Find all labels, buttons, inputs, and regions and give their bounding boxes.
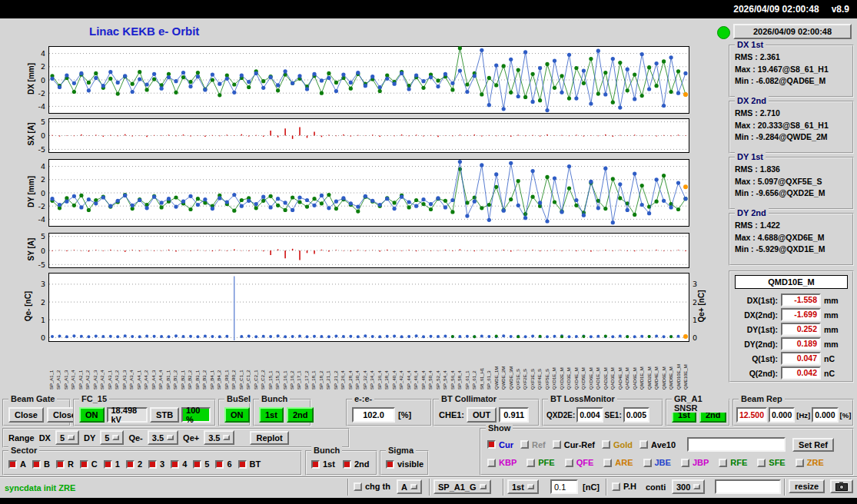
checkbox-box[interactable] (343, 460, 351, 469)
bunch-select[interactable]: 1st (507, 479, 539, 494)
sector-b-checkbox[interactable]: B (32, 459, 50, 469)
sector-4-checkbox[interactable]: 4 (171, 459, 187, 469)
divider (784, 479, 786, 496)
sector-a-checkbox[interactable]: A (8, 459, 26, 469)
svg-text:0: 0 (41, 189, 45, 197)
show-jbp-checkbox[interactable]: JBP (681, 458, 709, 467)
bpm-label: SP_44_4 (406, 343, 413, 390)
show-gold-checkbox[interactable]: Gold (602, 440, 633, 449)
show-cur-ref-checkbox[interactable]: Cur-Ref (553, 440, 595, 449)
show-pfe-checkbox[interactable]: PFE (526, 458, 554, 467)
checkbox-box[interactable] (238, 460, 247, 469)
checkbox-box[interactable] (602, 440, 610, 449)
bunch-2nd-checkbox[interactable]: 2nd (343, 459, 370, 469)
bunch-1st-button[interactable]: 1st (259, 407, 284, 423)
show-rfe-checkbox[interactable]: RFE (719, 458, 747, 467)
checkbox-box[interactable] (553, 440, 561, 449)
svg-text:2: 2 (693, 298, 697, 307)
ph-checkbox[interactable]: P.H (612, 482, 636, 491)
beam-rep-pct-unit: [%] (840, 411, 852, 419)
sector-c-checkbox[interactable]: C (80, 459, 98, 469)
checkbox-box[interactable] (565, 459, 573, 467)
checkbox-box[interactable] (80, 460, 88, 469)
checkbox-box[interactable] (386, 460, 394, 469)
fc15-stb-button[interactable]: STB (150, 407, 179, 423)
sector-3-checkbox[interactable]: 3 (148, 459, 164, 469)
divider (0, 476, 857, 478)
range-dy-select[interactable]: 5 (100, 430, 124, 445)
device-select[interactable]: SP_A1_G (433, 479, 491, 494)
points-select[interactable]: 300 (672, 479, 705, 494)
che1-out-button[interactable]: OUT (467, 407, 497, 423)
sector-1-checkbox[interactable]: 1 (104, 459, 120, 469)
extra-input[interactable] (715, 479, 781, 494)
checkbox-box[interactable] (757, 459, 766, 467)
show-cur-checkbox[interactable]: Cur (487, 440, 513, 449)
replot-button[interactable]: Replot (250, 431, 288, 445)
checkbox-box[interactable] (104, 460, 112, 469)
checkbox-box[interactable] (171, 460, 179, 469)
sector-5-checkbox[interactable]: 5 (193, 459, 209, 469)
checkbox-box[interactable] (126, 460, 135, 469)
show-zre-checkbox[interactable]: ZRE (796, 458, 824, 467)
checkbox-box[interactable] (796, 459, 804, 467)
checkbox-box[interactable] (311, 460, 320, 469)
show-jbe-checkbox[interactable]: JBE (643, 458, 671, 467)
checkbox-box[interactable] (520, 440, 529, 449)
sigma-visible-checkbox[interactable]: visible (386, 459, 424, 469)
range-qe-minus-select[interactable]: 3.5 (148, 430, 178, 445)
sector-r-checkbox[interactable]: R (56, 459, 74, 469)
busel-on-button[interactable]: ON (224, 407, 250, 423)
checkbox-box[interactable] (719, 459, 727, 467)
bpm-label: SP_A3_3 (121, 343, 128, 390)
checkbox-box[interactable] (8, 460, 17, 469)
bunch-1st-checkbox[interactable]: 1st (311, 459, 335, 469)
checkbox-box[interactable] (56, 460, 65, 469)
sector-6-checkbox[interactable]: 6 (215, 459, 231, 469)
resize-button[interactable]: resize (789, 479, 825, 493)
bpm-label: QXD6E_M (588, 343, 595, 390)
fc15-on-button[interactable]: ON (79, 407, 105, 423)
show-qfe-checkbox[interactable]: QFE (565, 458, 594, 467)
show-kbp-checkbox[interactable]: KBP (487, 458, 517, 467)
set-ref-button[interactable]: Set Ref (792, 438, 834, 452)
sector-select[interactable]: A (397, 479, 422, 494)
checkbox-box[interactable] (354, 482, 362, 491)
range-dx-select[interactable]: 5 (55, 430, 79, 445)
beam-gate-close-button-1[interactable]: Close (8, 407, 44, 423)
threshold-input[interactable] (550, 479, 578, 494)
ref-file-input[interactable] (687, 437, 786, 452)
show-sfe-checkbox[interactable]: SFE (757, 458, 785, 467)
svg-text:-4: -4 (38, 102, 45, 111)
checkbox-box[interactable] (193, 460, 201, 469)
checkbox-box[interactable] (603, 459, 612, 467)
show-ave10-checkbox[interactable]: Ave10 (639, 440, 676, 449)
bunch-2nd-button[interactable]: 2nd (287, 407, 314, 423)
checkbox-box[interactable] (643, 459, 652, 467)
checkbox-box[interactable] (681, 459, 689, 467)
checkbox-box[interactable] (487, 459, 496, 467)
titlebar-datetime: 2026/04/09 02:00:48 (733, 4, 819, 15)
checkbox-box[interactable] (526, 459, 535, 467)
bpm-label: SP_42_4 (398, 343, 405, 390)
checkbox-box[interactable] (148, 460, 157, 469)
bpm-label: QAD6E_M (632, 343, 639, 390)
range-qe-plus-select[interactable]: 3.5 (204, 430, 234, 445)
bpm-label: QMD2E_M (646, 343, 653, 390)
show-are-checkbox[interactable]: ARE (603, 458, 633, 467)
sx-steering-plot: 50-5 (48, 118, 689, 153)
chg-th-checkbox[interactable]: chg th (354, 482, 390, 491)
checkbox-box[interactable] (32, 460, 41, 469)
bpm-label: QXD4E_M (573, 343, 580, 390)
checkbox-box[interactable] (487, 440, 496, 449)
checkbox-box[interactable] (639, 440, 648, 449)
dx-axis-label: DX [mm] (27, 55, 35, 104)
sector-2-checkbox[interactable]: 2 (126, 459, 142, 469)
sector-bt-checkbox[interactable]: BT (238, 459, 261, 469)
qxd2e-value-display: 0.004 (576, 407, 603, 423)
snapshot-button[interactable] (830, 479, 853, 493)
show-ref-checkbox[interactable]: Ref (520, 440, 546, 449)
stat-title: DY 1st (735, 152, 766, 161)
checkbox-box[interactable] (215, 460, 224, 469)
checkbox-box[interactable] (612, 482, 620, 491)
